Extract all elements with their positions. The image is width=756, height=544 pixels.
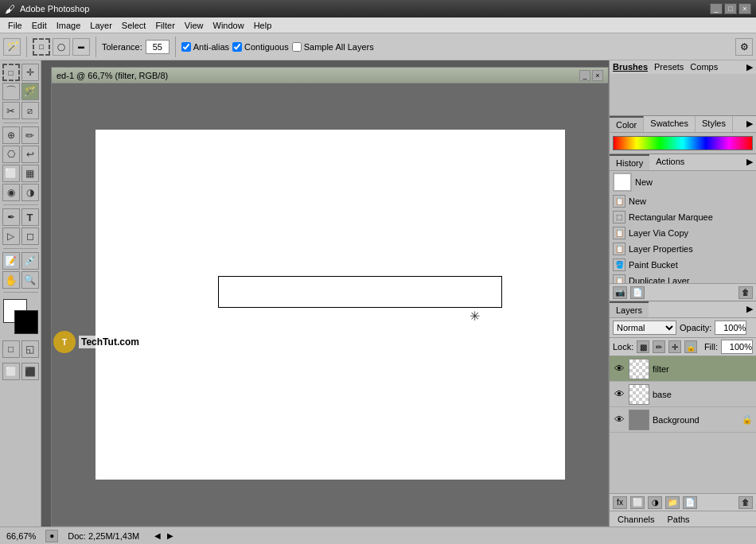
menu-select[interactable]: Select: [117, 19, 151, 32]
history-item-5[interactable]: 📋 Duplicate Layer: [610, 273, 756, 283]
document-canvas-background[interactable]: ✳: [52, 84, 608, 526]
rect-select-btn[interactable]: □: [33, 38, 50, 56]
history-new-document-btn[interactable]: 📄: [630, 286, 645, 299]
menu-edit[interactable]: Edit: [27, 19, 52, 32]
shape-tool[interactable]: ◻: [21, 227, 39, 245]
new-group-btn[interactable]: 📁: [665, 496, 680, 509]
new-adjustment-btn[interactable]: ◑: [648, 496, 662, 509]
screen-mode[interactable]: ⬜: [2, 363, 20, 380]
circle-select-btn[interactable]: ◯: [53, 38, 70, 56]
stamp-tool[interactable]: ⎔: [2, 146, 20, 163]
close-button[interactable]: ×: [738, 3, 751, 14]
history-delete-btn[interactable]: 🗑: [738, 286, 753, 299]
history-item-1[interactable]: ⬚ Rectangular Marquee: [610, 209, 756, 225]
layer-row-filter[interactable]: 👁 filter: [610, 356, 756, 382]
doc-minimize[interactable]: _: [579, 70, 590, 81]
tool-options-button[interactable]: ⚙: [735, 38, 753, 56]
history-panel-options[interactable]: ▶: [743, 154, 756, 170]
layer-eye-background[interactable]: 👁: [613, 414, 625, 426]
path-select-tool[interactable]: ▷: [2, 227, 20, 245]
crop-tool[interactable]: ✂: [2, 102, 20, 119]
full-screen-mode[interactable]: ⬛: [21, 363, 39, 380]
brush-tool[interactable]: ✏: [21, 126, 39, 144]
layer-row-background[interactable]: 👁 Background 🔒: [610, 407, 756, 433]
layer-eye-base[interactable]: 👁: [613, 388, 625, 401]
lock-all-btn[interactable]: 🔒: [684, 340, 697, 353]
quick-mask-mode[interactable]: ◱: [21, 340, 39, 358]
history-item-snapshot[interactable]: New: [610, 171, 756, 193]
wand-tool active[interactable]: 🪄: [21, 83, 39, 100]
status-next-btn[interactable]: ▶: [165, 530, 176, 542]
background-color[interactable]: [14, 310, 38, 334]
delete-layer-btn[interactable]: 🗑: [738, 496, 753, 509]
blur-tool[interactable]: ◉: [2, 184, 20, 201]
menu-file[interactable]: File: [3, 19, 27, 32]
anti-alias-checkbox[interactable]: [181, 42, 191, 52]
doc-close[interactable]: ×: [592, 70, 603, 81]
tolerance-input[interactable]: [146, 40, 170, 54]
hand-tool[interactable]: ✋: [2, 271, 20, 289]
minimize-button[interactable]: _: [710, 3, 723, 14]
single-row-btn[interactable]: ▬: [72, 38, 90, 56]
menu-window[interactable]: Window: [208, 19, 249, 32]
maximize-button[interactable]: □: [724, 3, 737, 14]
slice-tool[interactable]: ⧄: [21, 102, 39, 119]
panel-options-icon[interactable]: ▶: [746, 62, 753, 72]
history-item-3[interactable]: 📋 Layer Properties: [610, 241, 756, 257]
history-item-4[interactable]: 🪣 Paint Bucket: [610, 257, 756, 273]
history-item-2[interactable]: 📋 Layer Via Copy: [610, 225, 756, 241]
color-swatches[interactable]: [3, 299, 38, 334]
canvas-area[interactable]: ed-1 @ 66,7% (filter, RGB/8) _ × ✳ T Tec…: [41, 60, 609, 527]
lock-transparent-btn[interactable]: ▩: [637, 340, 649, 353]
tab-history[interactable]: History: [610, 154, 649, 170]
layers-panel-options[interactable]: ▶: [743, 301, 756, 317]
menu-view[interactable]: View: [180, 19, 208, 32]
add-layer-style-btn[interactable]: fx: [613, 496, 627, 509]
eyedropper-tool[interactable]: 💉: [21, 252, 39, 270]
history-item-0[interactable]: 📋 New: [610, 193, 756, 209]
menu-image[interactable]: Image: [52, 19, 86, 32]
marquee-tool[interactable]: □: [2, 64, 20, 81]
healing-tool[interactable]: ⊕: [2, 126, 20, 144]
zoom-tool[interactable]: 🔍: [21, 271, 39, 289]
text-tool[interactable]: T: [21, 208, 39, 226]
new-layer-btn[interactable]: 📄: [683, 496, 697, 509]
contiguous-checkbox[interactable]: [232, 42, 242, 52]
tab-presets[interactable]: Presets: [654, 62, 684, 72]
add-mask-btn[interactable]: ⬜: [630, 496, 645, 509]
tab-swatches[interactable]: Swatches: [644, 116, 696, 132]
status-prev-btn[interactable]: ◀: [152, 530, 163, 542]
tab-layers[interactable]: Layers: [610, 301, 649, 317]
document-canvas[interactable]: ✳: [95, 130, 565, 480]
lasso-tool[interactable]: ⌒: [2, 83, 20, 100]
history-brush[interactable]: ↩: [21, 146, 39, 163]
note-tool[interactable]: 📝: [2, 252, 20, 270]
tab-styles[interactable]: Styles: [696, 116, 733, 132]
move-tool[interactable]: ✛: [21, 64, 39, 81]
opacity-input[interactable]: [715, 321, 746, 335]
menu-help[interactable]: Help: [249, 19, 277, 32]
layer-row-base[interactable]: 👁 base: [610, 382, 756, 407]
magic-wand-button[interactable]: 🪄: [3, 38, 21, 56]
status-nav-icon[interactable]: ●: [45, 530, 58, 542]
layer-eye-filter[interactable]: 👁: [613, 363, 625, 375]
color-gradient-bar[interactable]: [613, 136, 753, 150]
tab-color[interactable]: Color: [610, 116, 644, 132]
sample-all-checkbox[interactable]: [292, 42, 302, 52]
pen-tool[interactable]: ✒: [2, 208, 20, 226]
blend-mode-select[interactable]: Normal Dissolve Multiply Screen: [613, 321, 676, 335]
dodge-tool[interactable]: ◑: [21, 184, 39, 201]
menu-layer[interactable]: Layer: [85, 19, 117, 32]
tab-comps[interactable]: Comps: [690, 62, 718, 72]
standard-mode[interactable]: □: [2, 340, 20, 358]
gradient-tool[interactable]: ▦: [21, 165, 39, 182]
tab-paths[interactable]: Paths: [662, 513, 694, 526]
tab-channels[interactable]: Channels: [613, 513, 659, 526]
lock-position-btn[interactable]: ✛: [668, 340, 681, 353]
lock-image-btn[interactable]: ✏: [653, 340, 665, 353]
history-new-snapshot-btn[interactable]: 📷: [613, 286, 627, 299]
fill-input[interactable]: [721, 340, 753, 354]
color-panel-options[interactable]: ▶: [743, 116, 756, 132]
tab-actions[interactable]: Actions: [649, 154, 691, 170]
menu-filter[interactable]: Filter: [150, 19, 179, 32]
